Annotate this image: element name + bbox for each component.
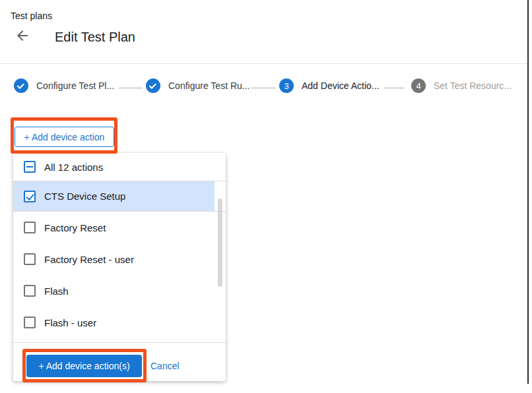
action-option-factory-reset[interactable]: Factory Reset (13, 212, 215, 243)
select-all-checkbox[interactable] (24, 161, 36, 173)
check-icon (17, 82, 24, 89)
confirm-add-device-actions-button[interactable]: + Add device action(s) (26, 355, 142, 377)
stepper-step-1[interactable]: Configure Test Pl... (14, 78, 114, 93)
scrollbar-thumb[interactable] (218, 198, 222, 287)
action-option-flash[interactable]: Flash (13, 275, 215, 307)
select-all-label: All 12 actions (44, 162, 103, 173)
step-1-label: Configure Test Pl... (36, 80, 114, 91)
checkbox[interactable] (24, 253, 36, 265)
checkbox[interactable] (24, 285, 36, 297)
device-action-dropdown: All 12 actions CTS Device Setup Factory … (13, 153, 226, 381)
step-1-circle (14, 78, 28, 93)
stepper-connector (119, 87, 143, 89)
add-device-action-button[interactable]: + Add device action (15, 127, 114, 147)
checkbox[interactable] (24, 222, 36, 233)
stepper-step-3[interactable]: 3 Add Device Actio... (279, 78, 380, 93)
step-2-circle (146, 78, 160, 93)
checkbox[interactable] (24, 317, 36, 328)
action-option-flash-user[interactable]: Flash - user (13, 307, 215, 338)
back-arrow-icon[interactable] (15, 28, 30, 44)
checkbox[interactable] (24, 191, 36, 202)
breadcrumb[interactable]: Test plans (11, 11, 52, 21)
footer-divider (13, 342, 226, 343)
action-option-cts-device-setup[interactable]: CTS Device Setup (13, 181, 215, 211)
step-3-circle: 3 (279, 78, 294, 93)
stepper-connector (251, 87, 276, 89)
step-3-label: Add Device Actio... (302, 80, 380, 91)
select-all-actions-row[interactable]: All 12 actions (13, 153, 226, 181)
check-icon (149, 82, 156, 89)
screenshot-right-border (527, 0, 529, 384)
action-option-factory-reset-user[interactable]: Factory Reset - user (13, 243, 215, 275)
stepper-connector (384, 87, 405, 89)
page-title: Edit Test Plan (55, 28, 135, 45)
header-divider (0, 63, 528, 64)
cancel-button[interactable]: Cancel (150, 361, 180, 371)
stepper-step-2[interactable]: Configure Test Ru... (146, 78, 249, 93)
step-4-circle: 4 (411, 78, 426, 93)
step-2-label: Configure Test Ru... (168, 80, 249, 91)
step-4-label: Set Test Resourc... (434, 80, 512, 91)
stepper-step-4[interactable]: 4 Set Test Resourc... (411, 78, 512, 93)
